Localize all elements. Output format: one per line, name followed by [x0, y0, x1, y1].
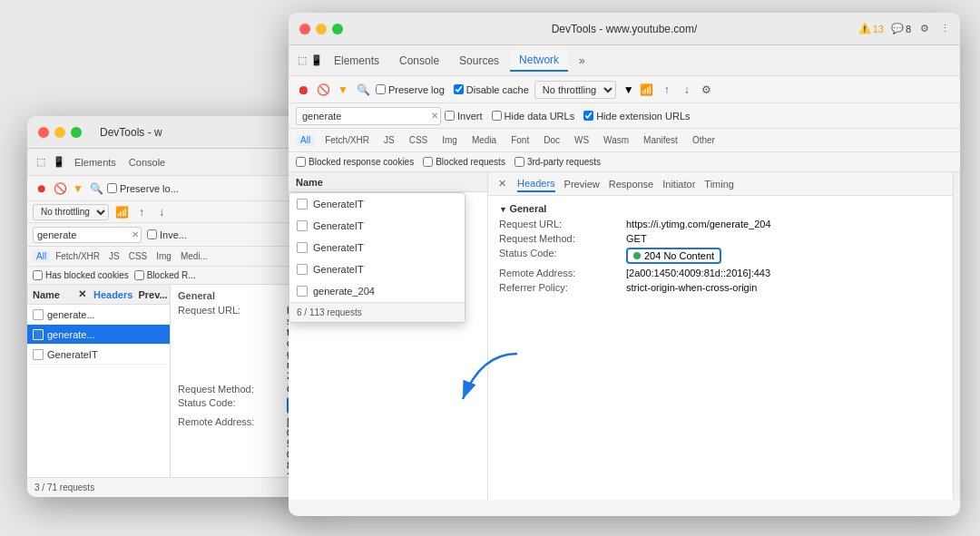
back-tab-elements[interactable]: Elements	[71, 155, 120, 170]
back-minimize-btn[interactable]	[54, 127, 65, 138]
back-search-icon[interactable]: 🔍	[89, 181, 103, 196]
front-filter-doc[interactable]: Doc	[539, 134, 564, 146]
front-clear-icon[interactable]: 🚫	[316, 83, 330, 97]
front-search-clear[interactable]: ✕	[431, 111, 438, 121]
front-settings-icon[interactable]: ⚙	[918, 23, 931, 35]
front-ac-item-4[interactable]: generate_204	[289, 280, 465, 302]
back-tab-console[interactable]: Console	[125, 155, 169, 170]
front-tab-network[interactable]: Network	[510, 50, 568, 72]
front-filter-other[interactable]: Other	[688, 134, 720, 146]
front-filter-media[interactable]: Media	[467, 134, 501, 146]
back-search-clear[interactable]: ✕	[132, 229, 139, 239]
front-autocomplete[interactable]: GenerateIT GenerateIT GenerateIT Generat…	[289, 192, 466, 323]
back-blocked-row: Has blocked cookies Blocked R...	[27, 267, 318, 285]
back-throttle-select[interactable]: No throttling	[33, 204, 109, 220]
front-third-party-checkbox[interactable]	[514, 157, 524, 167]
front-blocked-requests-checkbox[interactable]	[423, 157, 433, 167]
back-device-icon[interactable]: 📱	[53, 156, 65, 169]
front-disable-cache-label[interactable]: Disable cache	[454, 84, 529, 95]
front-filter-wasm[interactable]: Wasm	[599, 134, 633, 146]
front-tab-more[interactable]: »	[570, 51, 594, 71]
front-search-input[interactable]	[296, 107, 441, 125]
front-filter-font[interactable]: Font	[506, 134, 534, 146]
front-third-party-label[interactable]: 3rd-party requests	[514, 157, 601, 167]
front-filter-img[interactable]: Img	[437, 134, 462, 146]
front-maximize-btn[interactable]	[332, 24, 343, 34]
front-filter-xhr[interactable]: Fetch/XHR	[320, 134, 374, 146]
front-filter-icon[interactable]: ▼	[336, 83, 350, 97]
front-ac-item-3[interactable]: GenerateIT	[289, 258, 465, 280]
back-download-icon[interactable]: ↓	[154, 205, 169, 219]
back-close-btn[interactable]	[38, 127, 49, 138]
front-more-icon[interactable]: ⋮	[938, 23, 951, 35]
front-tab-headers[interactable]: Headers	[517, 176, 555, 192]
front-prop-remote: Remote Address: [2a00:1450:4009:81d::201…	[499, 268, 942, 278]
back-invert-label[interactable]: Inve...	[147, 229, 187, 240]
front-invert-label[interactable]: Invert	[445, 111, 483, 122]
front-tab-response[interactable]: Response	[609, 177, 654, 191]
back-filter-icon[interactable]: ▼	[71, 181, 85, 196]
front-filter-all[interactable]: All	[296, 134, 315, 146]
front-ac-item-0[interactable]: GenerateIT	[289, 193, 465, 215]
front-search-icon[interactable]: 🔍	[356, 83, 370, 97]
front-ac-item-2[interactable]: GenerateIT	[289, 237, 465, 258]
back-filter-all[interactable]: All	[33, 250, 50, 262]
back-blocked-cookies-checkbox[interactable]	[33, 270, 43, 280]
front-invert-checkbox[interactable]	[445, 111, 455, 121]
front-tab-initiator[interactable]: Initiator	[662, 177, 695, 191]
front-tab-sources[interactable]: Sources	[450, 51, 508, 71]
front-preserve-log-checkbox[interactable]	[376, 84, 386, 94]
front-filter-css[interactable]: CSS	[405, 134, 433, 146]
back-list-item-1[interactable]: generate...	[27, 325, 170, 345]
back-preserve-log-checkbox[interactable]	[107, 183, 117, 193]
front-throttle-select[interactable]: No throttling	[534, 81, 616, 99]
back-upload-icon[interactable]: ↑	[134, 205, 149, 219]
back-blocked-requests-checkbox[interactable]	[134, 270, 144, 280]
front-download-icon[interactable]: ↓	[680, 83, 694, 97]
back-list-item-0[interactable]: generate...	[27, 305, 170, 325]
front-blocked-response-label[interactable]: Blocked response cookies	[296, 157, 414, 167]
front-filter-manifest[interactable]: Manifest	[639, 134, 682, 146]
front-preserve-log-label[interactable]: Preserve log	[376, 84, 445, 95]
back-record-icon[interactable]: ⏺	[34, 181, 49, 196]
back-preserve-log-label[interactable]: Preserve lo...	[107, 183, 179, 194]
front-tab-console[interactable]: Console	[390, 51, 448, 71]
back-clear-icon[interactable]: 🚫	[53, 181, 67, 196]
back-filter-xhr[interactable]: Fetch/XHR	[52, 250, 103, 262]
front-blocked-response-checkbox[interactable]	[296, 157, 306, 167]
front-hide-data-urls-checkbox[interactable]	[492, 111, 502, 121]
back-filter-css[interactable]: CSS	[125, 250, 152, 262]
front-detail-tabs: ✕ Headers Preview Response Initiator Tim…	[488, 172, 953, 196]
front-tab-elements[interactable]: Elements	[325, 51, 388, 71]
front-scrollbar[interactable]	[953, 172, 960, 500]
back-filter-js[interactable]: JS	[105, 250, 123, 262]
front-filter-js[interactable]: JS	[379, 134, 399, 146]
back-search-input[interactable]	[33, 227, 142, 243]
front-disable-cache-checkbox[interactable]	[454, 84, 464, 94]
back-blocked-cookies-label[interactable]: Has blocked cookies	[33, 270, 129, 280]
front-settings2-icon[interactable]: ⚙	[700, 83, 714, 97]
front-tab-preview[interactable]: Preview	[564, 177, 600, 191]
back-filter-media[interactable]: Medi...	[177, 250, 211, 262]
front-ac-icon-4	[297, 286, 308, 297]
front-tab-timing[interactable]: Timing	[704, 177, 734, 191]
back-blocked-requests-label[interactable]: Blocked R...	[134, 270, 196, 280]
back-inspect-icon[interactable]: ⬚	[34, 156, 47, 169]
back-invert-checkbox[interactable]	[147, 229, 157, 239]
front-inspect-icon[interactable]: ⬚	[296, 54, 309, 67]
back-list-item-2[interactable]: GenerateIT	[27, 345, 170, 365]
front-upload-icon[interactable]: ↑	[660, 83, 674, 97]
front-minimize-btn[interactable]	[316, 24, 327, 34]
front-ac-item-1[interactable]: GenerateIT	[289, 215, 465, 237]
front-blocked-requests-label[interactable]: Blocked requests	[423, 157, 505, 167]
front-hide-data-urls-label[interactable]: Hide data URLs	[492, 111, 575, 122]
front-hide-ext-urls-label[interactable]: Hide extension URLs	[583, 111, 690, 122]
front-filter-ws[interactable]: WS	[570, 134, 593, 146]
front-close-btn[interactable]	[299, 24, 310, 34]
front-detail-close[interactable]: ✕	[495, 178, 508, 190]
front-record-icon[interactable]: ⏺	[296, 83, 310, 97]
front-device-icon[interactable]: 📱	[310, 54, 323, 67]
front-hide-ext-urls-checkbox[interactable]	[583, 111, 593, 121]
back-filter-img[interactable]: Img	[152, 250, 175, 262]
back-maximize-btn[interactable]	[71, 127, 82, 138]
